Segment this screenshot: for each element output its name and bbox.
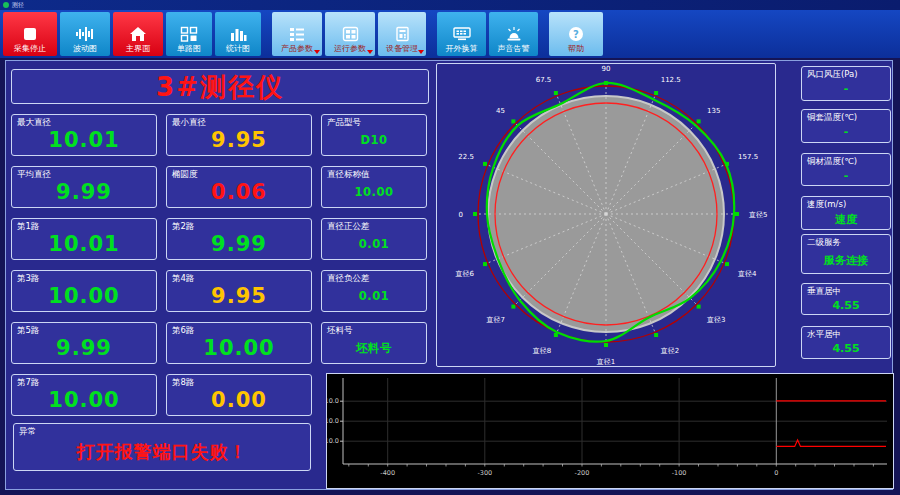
svg-text:直径6: 直径6 (455, 270, 474, 278)
gauge-title: 3#测径仪 (12, 70, 428, 103)
bar-chart-icon (229, 26, 247, 42)
app-icon (3, 2, 9, 8)
svg-text:90: 90 (602, 65, 611, 73)
min-diameter-box: 最小直径 9.95 (166, 114, 312, 156)
panel-label: 垂直居中 (807, 286, 841, 298)
svg-text:直径3: 直径3 (707, 316, 725, 324)
waveform-icon (75, 26, 95, 42)
svg-text:-200: -200 (575, 469, 590, 477)
button-label: 主界面 (126, 44, 150, 53)
panel-label: 二级服务 (807, 237, 841, 249)
negative-tolerance-box: 直径负公差 0.01 (321, 270, 427, 312)
channel-5-box: 第5路 9.99 (11, 322, 157, 364)
channel-1-box: 第1路 10.01 (11, 218, 157, 260)
svg-text:157.5: 157.5 (738, 153, 758, 161)
channel-4-box: 第4路 9.95 (166, 270, 312, 312)
svg-text:10.0: 10.0 (327, 437, 339, 445)
help-icon: ? (568, 26, 584, 42)
dropdown-arrow-icon (367, 50, 373, 54)
product-model-box: 产品型号 D10 (321, 114, 427, 156)
product-params-button[interactable]: 产品参数 (272, 12, 322, 56)
billet-no-box: 坯料号 坯料号 (321, 322, 427, 364)
panel-value: 4.55 (802, 342, 890, 355)
alarm-beacon-icon (505, 26, 523, 42)
svg-text:直径7: 直径7 (486, 316, 504, 324)
copper-sleeve-temp-box: 铜套温度(℃) - (801, 109, 891, 143)
speed-box: 速度(m/s) 速度 (801, 196, 891, 230)
panel-value: - (802, 82, 890, 95)
gauge-title-panel: 3#测径仪 (11, 69, 429, 104)
panel-value: - (802, 169, 890, 182)
button-label: 采集停止 (14, 44, 46, 53)
button-label: 产品参数 (281, 44, 313, 53)
stop-icon (22, 26, 38, 42)
svg-text:135: 135 (707, 107, 720, 115)
window-title: 测径 (12, 2, 24, 8)
wave-chart-button[interactable]: 波动图 (60, 12, 110, 56)
sound-alarm-button[interactable]: 声音告警 (489, 12, 538, 56)
svg-text:直径1: 直径1 (597, 358, 615, 366)
button-label: 统计图 (226, 44, 250, 53)
main-screen-button[interactable]: 主界面 (113, 12, 163, 56)
panel-label: 铜套温度(℃) (807, 112, 857, 124)
trend-chart-svg: 10.010.010.0-400-300-200-1000 (327, 374, 893, 492)
channel-3-box: 第3路 10.00 (11, 270, 157, 312)
home-icon (129, 26, 147, 42)
device-manage-icon (395, 26, 410, 42)
avg-diameter-box: 平均直径 9.99 (11, 166, 157, 208)
metric-value: 0.01 (322, 237, 426, 251)
metric-value: 0.01 (322, 289, 426, 303)
cross-section-svg: 022.54567.590112.5135157.5直径5直径4直径3直径2直径… (437, 64, 775, 370)
run-params-icon (342, 26, 359, 42)
panel-label: 速度(m/s) (807, 199, 846, 211)
svg-text:10.0: 10.0 (327, 417, 339, 425)
help-button[interactable]: ? 帮助 (549, 12, 603, 56)
button-label: 开外换算 (446, 44, 478, 53)
metric-label: 直径标称值 (327, 169, 370, 181)
svg-text:直径2: 直径2 (661, 347, 679, 355)
svg-text:45: 45 (496, 107, 505, 115)
metric-value: 9.99 (167, 232, 311, 256)
svg-text:直径4: 直径4 (738, 270, 757, 278)
svg-text:-100: -100 (672, 469, 687, 477)
cross-section-chart: 022.54567.590112.5135157.5直径5直径4直径3直径2直径… (436, 63, 776, 367)
copper-rod-temp-box: 铜材温度(℃) - (801, 153, 891, 186)
metric-value: 坯料号 (322, 341, 426, 356)
statistics-button[interactable]: 统计图 (215, 12, 261, 56)
metric-value: 10.00 (167, 336, 311, 360)
button-label: 帮助 (568, 44, 584, 53)
metric-label: 直径正公差 (327, 221, 370, 233)
metric-label: 产品型号 (327, 117, 361, 129)
stop-acquisition-button[interactable]: 采集停止 (3, 12, 57, 56)
panel-label: 铜材温度(℃) (807, 156, 857, 168)
svg-text:-400: -400 (380, 469, 395, 477)
channel-2-box: 第2路 9.99 (166, 218, 312, 260)
service-status: 服务连接 (802, 253, 890, 268)
single-channel-button[interactable]: 单路图 (166, 12, 212, 56)
horizontal-center-box: 水平居中 4.55 (801, 326, 891, 359)
exception-box: 异常 打开报警端口失败！ (13, 423, 311, 471)
metric-value: D10 (322, 133, 426, 147)
secondary-service-box: 二级服务 服务连接 (801, 234, 891, 274)
panes-icon (180, 26, 198, 42)
max-diameter-box: 最大直径 10.01 (11, 114, 157, 156)
window-titlebar: 测径 (0, 0, 900, 10)
positive-tolerance-box: 直径正公差 0.01 (321, 218, 427, 260)
nominal-diameter-box: 直径标称值 10.00 (321, 166, 427, 208)
external-calc-button[interactable]: 开外换算 (437, 12, 486, 56)
svg-text:10.0: 10.0 (327, 397, 339, 405)
exception-label: 异常 (19, 426, 36, 438)
device-manage-button[interactable]: 设备管理 (378, 12, 426, 56)
wind-pressure-box: 风口风压(Pa) - (801, 66, 891, 101)
metric-value: 10.00 (12, 388, 156, 412)
run-params-button[interactable]: 运行参数 (325, 12, 375, 56)
svg-text:0: 0 (459, 211, 463, 219)
metric-value: 0.06 (167, 180, 311, 204)
exception-message: 打开报警端口失败！ (14, 440, 310, 464)
ovality-box: 椭圆度 0.06 (166, 166, 312, 208)
button-label: 运行参数 (334, 44, 366, 53)
button-label: 单路图 (177, 44, 201, 53)
metric-value: 10.00 (12, 284, 156, 308)
metric-value: 10.01 (12, 232, 156, 256)
metric-value: 10.01 (12, 128, 156, 152)
